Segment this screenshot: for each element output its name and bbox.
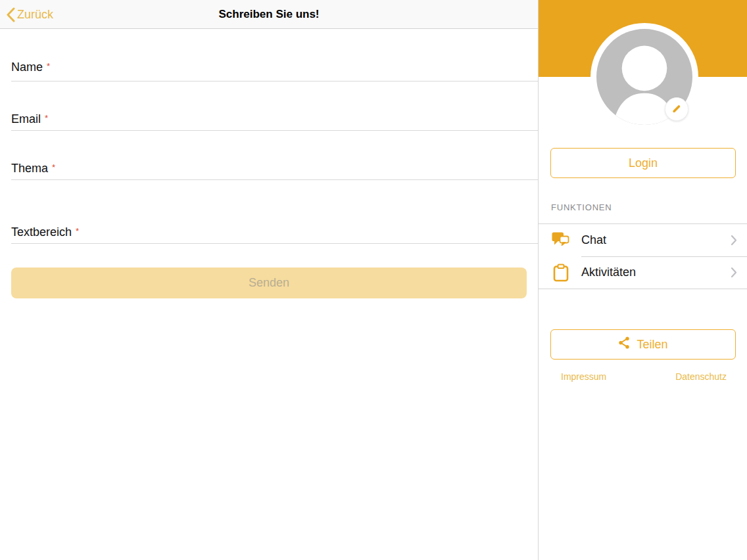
sidebar-header-banner xyxy=(539,0,747,77)
pencil-icon xyxy=(671,103,683,116)
menu-item-aktivitaeten-label: Aktivitäten xyxy=(581,266,731,279)
edit-avatar-button[interactable] xyxy=(665,97,688,121)
back-chevron-icon xyxy=(7,7,15,22)
chat-bubbles-icon xyxy=(552,231,569,250)
clipboard-icon xyxy=(552,264,569,282)
funktionen-menu: Chat Aktivitäten xyxy=(539,223,747,289)
textbereich-field-row: Textbereich * xyxy=(11,224,538,244)
chevron-right-icon xyxy=(731,235,737,246)
teilen-button-label: Teilen xyxy=(637,338,667,352)
back-button[interactable]: Zurück xyxy=(7,0,53,29)
chevron-right-icon xyxy=(731,267,737,278)
thema-input[interactable] xyxy=(11,160,538,179)
back-button-label: Zurück xyxy=(17,8,53,22)
name-input[interactable] xyxy=(11,59,538,81)
login-button[interactable]: Login xyxy=(550,148,736,178)
impressum-link[interactable]: Impressum xyxy=(561,371,606,382)
funktionen-section-title: FUNKTIONEN xyxy=(551,202,747,212)
sidebar-panel: Login FUNKTIONEN Chat xyxy=(538,0,747,560)
name-field-row: Name * xyxy=(11,59,538,82)
page-title: Schreiben Sie uns! xyxy=(218,8,319,21)
email-input[interactable] xyxy=(11,111,538,130)
share-icon xyxy=(618,337,630,352)
footer-links: Impressum Datenschutz xyxy=(561,371,727,382)
senden-button[interactable]: Senden xyxy=(11,268,527,298)
app-window: Zurück Schreiben Sie uns! Name * Email *… xyxy=(0,0,747,560)
thema-field-row: Thema * xyxy=(11,160,538,180)
menu-item-chat-label: Chat xyxy=(581,233,731,247)
datenschutz-link[interactable]: Datenschutz xyxy=(675,371,727,382)
textbereich-input[interactable] xyxy=(11,224,538,243)
login-button-label: Login xyxy=(629,156,658,170)
teilen-button[interactable]: Teilen xyxy=(550,329,736,360)
email-field-row: Email * xyxy=(11,111,538,131)
menu-item-chat[interactable]: Chat xyxy=(539,224,747,256)
navigation-bar: Zurück Schreiben Sie uns! xyxy=(0,0,538,29)
menu-item-aktivitaeten[interactable]: Aktivitäten xyxy=(539,256,747,289)
contact-form-panel: Zurück Schreiben Sie uns! Name * Email *… xyxy=(0,0,538,560)
